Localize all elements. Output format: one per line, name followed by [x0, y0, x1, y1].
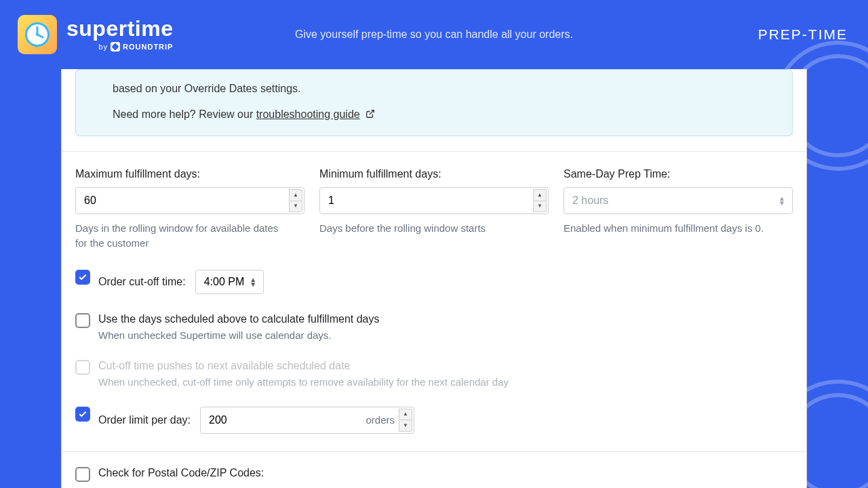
select-caret-icon: ▲▼: [778, 196, 785, 205]
corner-label: PREP-TIME: [758, 26, 848, 43]
max-fulfillment-input[interactable]: [76, 188, 304, 214]
use-schedule-checkbox[interactable]: [75, 313, 90, 328]
check-icon: [78, 272, 87, 282]
byline: by ROUNDTRIP: [66, 42, 173, 52]
use-schedule-label: Use the days scheduled above to calculat…: [98, 313, 379, 325]
section-divider: [62, 451, 806, 452]
stepper-down-button[interactable]: ▼: [533, 201, 547, 213]
use-schedule-sub: When unchecked Supertime will use calend…: [98, 329, 379, 341]
max-fulfillment-stepper: ▲ ▼: [289, 189, 302, 212]
svg-line-5: [370, 110, 374, 115]
section-divider: [62, 151, 806, 152]
order-limit-checkbox[interactable]: [75, 407, 90, 422]
min-fulfillment-label: Minimum fulfillment days:: [319, 168, 549, 180]
prep-time-label: Same-Day Prep Time:: [564, 168, 793, 180]
cutoff-time-select[interactable]: 4:00 PM ▲▼: [195, 270, 264, 294]
order-limit-stepper: ▲ ▼: [399, 409, 412, 432]
use-schedule-row: Use the days scheduled above to calculat…: [75, 313, 793, 341]
min-fulfillment-input[interactable]: [320, 188, 548, 214]
cutoff-checkbox[interactable]: [75, 270, 90, 285]
order-limit-input[interactable]: [201, 407, 323, 433]
cutoff-row: Order cut-off time: 4:00 PM ▲▼: [75, 270, 793, 294]
push-next-checkbox: [75, 360, 90, 375]
postal-row: Check for Postal Code/ZIP Codes:: [75, 467, 793, 482]
svg-point-4: [36, 33, 39, 36]
app-logo-badge: [18, 15, 57, 54]
banner-help-prefix: Need more help? Review our: [113, 108, 256, 120]
logo-group: supertime by ROUNDTRIP: [18, 15, 173, 54]
max-fulfillment-field: Maximum fulfillment days: ▲ ▼ Days in th…: [75, 168, 304, 251]
cutoff-label: Order cut-off time:: [98, 276, 186, 288]
prep-time-help: Enabled when minimum fulfillment days is…: [564, 221, 793, 236]
prep-time-value: 2 hours: [572, 195, 608, 207]
max-fulfillment-label: Maximum fulfillment days:: [75, 168, 304, 180]
min-fulfillment-help: Days before the rolling window starts: [319, 221, 523, 236]
order-limit-label: Order limit per day:: [98, 414, 191, 426]
brand-name: supertime: [66, 18, 173, 39]
push-next-sub: When unchecked, cut-off time only attemp…: [98, 376, 509, 388]
troubleshooting-link[interactable]: troubleshooting guide: [256, 108, 360, 120]
max-fulfillment-input-wrap: ▲ ▼: [75, 187, 304, 214]
min-fulfillment-field: Minimum fulfillment days: ▲ ▼ Days befor…: [319, 168, 549, 251]
cutoff-time-value: 4:00 PM: [204, 276, 245, 288]
byline-prefix: by: [98, 43, 108, 51]
check-icon: [78, 409, 87, 419]
prep-time-select: 2 hours ▲▼: [564, 187, 793, 214]
settings-panel: based on your Override Dates settings. N…: [61, 69, 807, 488]
order-limit-unit: orders: [366, 414, 395, 426]
external-link-icon: [366, 107, 375, 123]
postal-label: Check for Postal Code/ZIP Codes:: [98, 467, 264, 479]
postal-checkbox[interactable]: [75, 467, 90, 482]
max-fulfillment-help: Days in the rolling window for available…: [75, 221, 279, 251]
app-header: supertime by ROUNDTRIP Give yourself pre…: [0, 0, 868, 69]
stepper-down-button[interactable]: ▼: [289, 201, 302, 213]
order-limit-row: Order limit per day: orders ▲ ▼: [75, 407, 793, 434]
push-next-row: Cut-off time pushes to next available sc…: [75, 360, 793, 388]
min-fulfillment-input-wrap: ▲ ▼: [319, 187, 549, 214]
fulfillment-fields-row: Maximum fulfillment days: ▲ ▼ Days in th…: [75, 168, 793, 251]
roundtrip-mark-icon: [111, 42, 120, 52]
clock-icon: [22, 20, 52, 49]
byline-brand: ROUNDTRIP: [123, 43, 173, 51]
banner-line-1: based on your Override Dates settings.: [113, 81, 776, 97]
select-caret-icon: ▲▼: [250, 277, 256, 287]
order-limit-input-wrap: orders ▲ ▼: [200, 407, 414, 434]
header-tagline: Give yourself prep-time so you can handl…: [295, 28, 573, 41]
info-banner: based on your Override Dates settings. N…: [75, 69, 793, 136]
banner-help-line: Need more help? Review our troubleshooti…: [113, 106, 776, 123]
min-fulfillment-stepper: ▲ ▼: [533, 189, 547, 212]
stepper-down-button[interactable]: ▼: [399, 420, 412, 432]
prep-time-field: Same-Day Prep Time: 2 hours ▲▼ Enabled w…: [564, 168, 793, 251]
stepper-up-button[interactable]: ▲: [289, 189, 302, 201]
stepper-up-button[interactable]: ▲: [399, 409, 412, 420]
push-next-label: Cut-off time pushes to next available sc…: [98, 360, 509, 372]
stepper-up-button[interactable]: ▲: [533, 189, 547, 201]
